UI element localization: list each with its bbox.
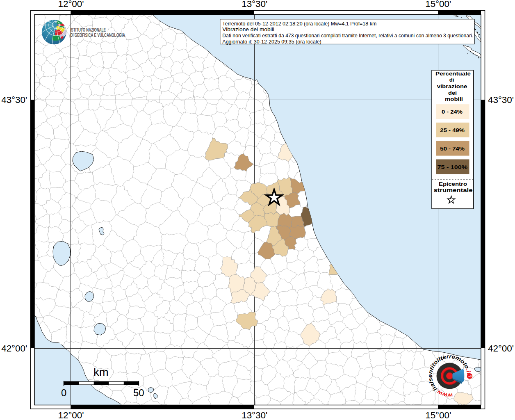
svg-text:Terremoto del 05-12-2012 02:18: Terremoto del 05-12-2012 02:18:20 (ora l… bbox=[222, 21, 376, 27]
svg-text:strumentale: strumentale bbox=[434, 187, 473, 193]
svg-text:vibrazione: vibrazione bbox=[437, 84, 467, 89]
svg-text:50 - 74%: 50 - 74% bbox=[440, 146, 465, 152]
svg-text:Vibrazione dei mobili: Vibrazione dei mobili bbox=[222, 26, 274, 32]
svg-text:km: km bbox=[93, 366, 109, 378]
svg-text:75 - 100%: 75 - 100% bbox=[437, 164, 467, 170]
svg-text:15°00': 15°00' bbox=[425, 0, 451, 9]
svg-text:42°00': 42°00' bbox=[1, 343, 27, 354]
svg-text:0: 0 bbox=[61, 387, 66, 398]
svg-text:di: di bbox=[449, 77, 454, 83]
svg-text:13°30': 13°30' bbox=[242, 0, 267, 9]
svg-text:42°00': 42°00' bbox=[488, 343, 514, 354]
svg-text:Epicentro: Epicentro bbox=[439, 181, 467, 187]
svg-text:25 - 49%: 25 - 49% bbox=[440, 128, 465, 133]
svg-text:mobili: mobili bbox=[445, 96, 463, 102]
svg-text:12°00': 12°00' bbox=[58, 0, 84, 9]
svg-text:Percentuale: Percentuale bbox=[435, 71, 471, 77]
svg-text:43°30': 43°30' bbox=[1, 95, 27, 105]
svg-text:dei: dei bbox=[448, 90, 457, 96]
svg-text:Aggiornato il: 30-12-2025 09:3: Aggiornato il: 30-12-2025 09:35 (ora loc… bbox=[222, 39, 321, 45]
svg-text:Dati non verificati estratti d: Dati non verificati estratti da 473 ques… bbox=[222, 32, 473, 39]
svg-text:DI GEOFISICA E VULCANOLOGIA: DI GEOFISICA E VULCANOLOGIA bbox=[70, 32, 125, 38]
svg-text:15°00': 15°00' bbox=[425, 410, 451, 420]
svg-text:43°30': 43°30' bbox=[488, 95, 514, 105]
svg-text:0 - 24%: 0 - 24% bbox=[442, 109, 463, 115]
svg-text:12°00': 12°00' bbox=[58, 410, 84, 420]
svg-text:?: ? bbox=[467, 375, 472, 378]
svg-text:50: 50 bbox=[133, 387, 144, 398]
svg-text:13°30': 13°30' bbox=[242, 410, 267, 420]
